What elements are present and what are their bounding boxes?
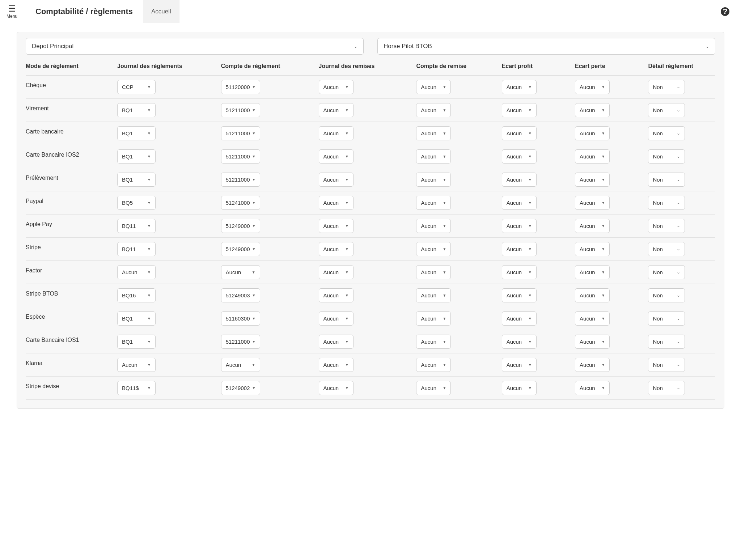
ecart-profit-select[interactable]: Aucun▼ <box>502 381 537 395</box>
ecart-perte-select[interactable]: Aucun▼ <box>575 126 610 140</box>
journal-remises-select[interactable]: Aucun▼ <box>319 288 353 302</box>
compte-select[interactable]: Aucun▼ <box>221 358 260 372</box>
compte-select[interactable]: 51211000▼ <box>221 173 260 187</box>
detail-select[interactable]: Non⌄ <box>648 288 685 302</box>
compte-remise-select[interactable]: Aucun▼ <box>416 219 451 233</box>
journal-select[interactable]: BQ11$▼ <box>117 381 156 395</box>
compte-select[interactable]: 51160300▼ <box>221 311 260 326</box>
ecart-perte-select[interactable]: Aucun▼ <box>575 149 610 164</box>
journal-remises-select[interactable]: Aucun▼ <box>319 335 353 349</box>
compte-remise-select[interactable]: Aucun▼ <box>416 80 451 94</box>
compte-remise-select[interactable]: Aucun▼ <box>416 311 451 326</box>
journal-select[interactable]: BQ5▼ <box>117 196 156 210</box>
journal-remises-select[interactable]: Aucun▼ <box>319 173 353 187</box>
journal-select[interactable]: BQ1▼ <box>117 173 156 187</box>
compte-remise-select[interactable]: Aucun▼ <box>416 288 451 302</box>
detail-select[interactable]: Non⌄ <box>648 173 685 187</box>
journal-remises-select[interactable]: Aucun▼ <box>319 358 353 372</box>
ecart-profit-select[interactable]: Aucun▼ <box>502 219 537 233</box>
ecart-perte-select[interactable]: Aucun▼ <box>575 80 610 94</box>
detail-select[interactable]: Non⌄ <box>648 311 685 326</box>
compte-select[interactable]: 51249000▼ <box>221 242 260 256</box>
ecart-perte-select[interactable]: Aucun▼ <box>575 311 610 326</box>
tab-accueil[interactable]: Accueil <box>143 0 179 23</box>
ecart-profit-select[interactable]: Aucun▼ <box>502 265 537 279</box>
ecart-perte-select[interactable]: Aucun▼ <box>575 196 610 210</box>
company-select[interactable]: Horse Pilot BTOB ⌄ <box>377 38 715 55</box>
ecart-profit-select[interactable]: Aucun▼ <box>502 358 537 372</box>
detail-select[interactable]: Non⌄ <box>648 103 685 117</box>
compte-select[interactable]: 51211000▼ <box>221 103 260 117</box>
journal-remises-select[interactable]: Aucun▼ <box>319 80 353 94</box>
ecart-profit-select[interactable]: Aucun▼ <box>502 149 537 164</box>
ecart-perte-select[interactable]: Aucun▼ <box>575 219 610 233</box>
ecart-profit-select[interactable]: Aucun▼ <box>502 196 537 210</box>
ecart-profit-select[interactable]: Aucun▼ <box>502 242 537 256</box>
compte-remise-select[interactable]: Aucun▼ <box>416 196 451 210</box>
journal-select[interactable]: BQ16▼ <box>117 288 156 302</box>
journal-select[interactable]: BQ11▼ <box>117 242 156 256</box>
ecart-perte-select[interactable]: Aucun▼ <box>575 265 610 279</box>
ecart-profit-select[interactable]: Aucun▼ <box>502 103 537 117</box>
detail-select[interactable]: Non⌄ <box>648 242 685 256</box>
ecart-profit-select[interactable]: Aucun▼ <box>502 335 537 349</box>
detail-select[interactable]: Non⌄ <box>648 265 685 279</box>
ecart-profit-select[interactable]: Aucun▼ <box>502 126 537 140</box>
journal-remises-select[interactable]: Aucun▼ <box>319 126 353 140</box>
journal-select[interactable]: BQ1▼ <box>117 149 156 164</box>
detail-select[interactable]: Non⌄ <box>648 381 685 395</box>
journal-remises-select[interactable]: Aucun▼ <box>319 196 353 210</box>
ecart-profit-select[interactable]: Aucun▼ <box>502 173 537 187</box>
compte-remise-select[interactable]: Aucun▼ <box>416 335 451 349</box>
journal-select[interactable]: Aucun▼ <box>117 265 156 279</box>
journal-remises-select[interactable]: Aucun▼ <box>319 265 353 279</box>
compte-remise-select[interactable]: Aucun▼ <box>416 126 451 140</box>
ecart-profit-select[interactable]: Aucun▼ <box>502 288 537 302</box>
compte-remise-select[interactable]: Aucun▼ <box>416 358 451 372</box>
compte-remise-select[interactable]: Aucun▼ <box>416 381 451 395</box>
journal-select[interactable]: BQ1▼ <box>117 335 156 349</box>
ecart-perte-select[interactable]: Aucun▼ <box>575 335 610 349</box>
detail-select[interactable]: Non⌄ <box>648 149 685 164</box>
journal-select[interactable]: Aucun▼ <box>117 358 156 372</box>
compte-select[interactable]: 51211000▼ <box>221 149 260 164</box>
compte-select[interactable]: 51120000▼ <box>221 80 260 94</box>
detail-select[interactable]: Non⌄ <box>648 358 685 372</box>
detail-select[interactable]: Non⌄ <box>648 80 685 94</box>
ecart-profit-select[interactable]: Aucun▼ <box>502 80 537 94</box>
journal-remises-select[interactable]: Aucun▼ <box>319 149 353 164</box>
ecart-perte-select[interactable]: Aucun▼ <box>575 288 610 302</box>
compte-select[interactable]: 51211000▼ <box>221 126 260 140</box>
journal-select[interactable]: BQ11▼ <box>117 219 156 233</box>
detail-select[interactable]: Non⌄ <box>648 126 685 140</box>
journal-remises-select[interactable]: Aucun▼ <box>319 311 353 326</box>
ecart-perte-select[interactable]: Aucun▼ <box>575 173 610 187</box>
compte-remise-select[interactable]: Aucun▼ <box>416 265 451 279</box>
journal-select[interactable]: BQ1▼ <box>117 311 156 326</box>
journal-remises-select[interactable]: Aucun▼ <box>319 103 353 117</box>
journal-remises-select[interactable]: Aucun▼ <box>319 219 353 233</box>
compte-select[interactable]: Aucun▼ <box>221 265 260 279</box>
depot-select[interactable]: Depot Principal ⌄ <box>26 38 364 55</box>
ecart-profit-select[interactable]: Aucun▼ <box>502 311 537 326</box>
ecart-perte-select[interactable]: Aucun▼ <box>575 242 610 256</box>
detail-select[interactable]: Non⌄ <box>648 196 685 210</box>
ecart-perte-select[interactable]: Aucun▼ <box>575 381 610 395</box>
ecart-perte-select[interactable]: Aucun▼ <box>575 103 610 117</box>
journal-remises-select[interactable]: Aucun▼ <box>319 381 353 395</box>
journal-remises-select[interactable]: Aucun▼ <box>319 242 353 256</box>
journal-select[interactable]: CCP▼ <box>117 80 156 94</box>
compte-select[interactable]: 51241000▼ <box>221 196 260 210</box>
compte-remise-select[interactable]: Aucun▼ <box>416 103 451 117</box>
ecart-perte-select[interactable]: Aucun▼ <box>575 358 610 372</box>
compte-remise-select[interactable]: Aucun▼ <box>416 242 451 256</box>
journal-select[interactable]: BQ1▼ <box>117 126 156 140</box>
compte-select[interactable]: 51249003▼ <box>221 288 260 302</box>
journal-select[interactable]: BQ1▼ <box>117 103 156 117</box>
compte-select[interactable]: 51249002▼ <box>221 381 260 395</box>
menu-button[interactable]: ☰ Menu <box>0 1 24 22</box>
compte-remise-select[interactable]: Aucun▼ <box>416 173 451 187</box>
compte-select[interactable]: 51249000▼ <box>221 219 260 233</box>
detail-select[interactable]: Non⌄ <box>648 335 685 349</box>
help-icon[interactable]: ? <box>721 7 729 16</box>
